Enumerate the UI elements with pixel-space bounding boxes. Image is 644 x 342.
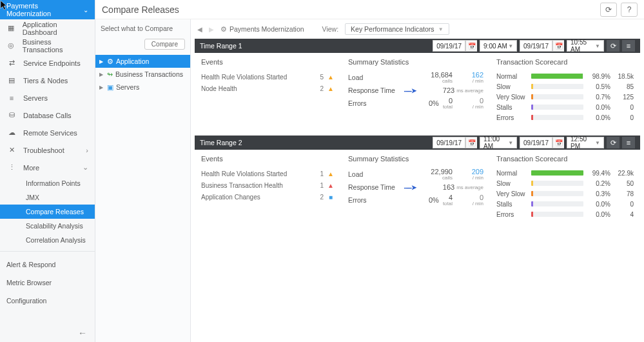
load-calls-value: 22,990 — [416, 168, 453, 176]
scorecard-bar — [531, 74, 583, 79]
sidebar-item-tiers-nodes[interactable]: ▤Tiers & Nodes — [0, 72, 95, 89]
scorecard-label: Very Slow — [496, 190, 527, 197]
scorecard-heading: Transaction Scorecard — [496, 58, 634, 66]
event-count: 5 — [315, 74, 324, 81]
from-time-input[interactable]: 11:00 AM▼ — [480, 137, 517, 148]
calendar-icon[interactable]: 📅 — [465, 137, 477, 148]
select-panel-heading: Select what to Compare — [95, 19, 190, 36]
scorecard-label: Errors — [496, 114, 527, 121]
caret-right-icon: ▶ — [99, 72, 104, 77]
event-count: 1 — [315, 170, 324, 177]
divider — [0, 251, 95, 252]
scorecard-heading: Transaction Scorecard — [496, 155, 634, 163]
time-range-title: Time Range 1 — [200, 42, 242, 50]
time-range-header: Time Range 2 09/19/17 📅 11:00 AM▼ 09/19/… — [195, 136, 640, 150]
errors-total-value: 0 — [449, 97, 453, 105]
load-permin-value: 162 — [458, 72, 483, 79]
event-row[interactable]: Health Rule Violations Started 1 ▲ — [201, 168, 335, 179]
tree-item-application[interactable]: ▶⚙Application — [95, 55, 190, 68]
scorecard-percent: 99.4% — [587, 170, 610, 177]
sidebar-sub-correlation-analysis[interactable]: Correlation Analysis — [0, 233, 95, 247]
scorecard-column: Transaction Scorecard Normal 98.9% 18.5k… — [490, 53, 640, 130]
from-date-input[interactable]: 09/19/17 — [433, 137, 465, 148]
summary-column: Summary Statistics Load 22,990calls 209/… — [342, 150, 490, 227]
sidebar-item-app-dashboard[interactable]: ▦Application Dashboard — [0, 19, 95, 37]
scorecard-bar — [531, 115, 583, 120]
event-row[interactable]: Node Health 2 ▲ — [201, 83, 335, 94]
scorecard-row: Errors 0.0% 0 — [496, 112, 634, 123]
response-time-value: 163 — [418, 184, 454, 191]
chevron-down-icon: ▼ — [595, 140, 600, 146]
compare-button[interactable]: Compare — [144, 39, 185, 50]
sidebar-sub-compare-releases[interactable]: Compare Releases — [0, 205, 95, 219]
servers-icon: ≡ — [6, 94, 17, 102]
refresh-range-button[interactable]: ⟳ — [607, 40, 620, 52]
sidebar-sub-scalability-analysis[interactable]: Scalability Analysis — [0, 219, 95, 233]
errors-percent-value: 0% — [413, 99, 439, 107]
chevron-down-icon: ▼ — [508, 43, 513, 49]
refresh-icon: ⟳ — [605, 5, 612, 14]
branch-icon: ↬ — [107, 70, 113, 78]
errors-permin-value: 0 — [458, 194, 483, 201]
collapse-sidebar[interactable]: ← — [0, 324, 95, 342]
refresh-range-button[interactable]: ⟳ — [607, 137, 620, 148]
from-time-input[interactable]: 9:00 AM▼ — [480, 40, 517, 52]
sidebar-item-database-calls[interactable]: ⛁Database Calls — [0, 106, 95, 124]
sidebar-item-metric-browser[interactable]: Metric Browser — [0, 274, 95, 292]
to-time-input[interactable]: 12:50 PM▼ — [567, 137, 604, 148]
tree-item-servers[interactable]: ▶▣Servers — [95, 81, 190, 94]
event-row[interactable]: Health Rule Violations Started 5 ▲ — [201, 71, 335, 83]
help-button[interactable]: ? — [621, 3, 638, 17]
scorecard-row: Errors 0.0% 4 — [496, 209, 634, 219]
summary-load-row: Load 18,684calls 162/ min — [348, 71, 483, 84]
scorecard-row: Normal 98.9% 18.5k — [496, 71, 634, 81]
summary-heading: Summary Statistics — [348, 155, 483, 163]
nav-prev-icon[interactable]: ◀ — [197, 26, 202, 33]
sidebar-sub-jmx[interactable]: JMX — [0, 190, 95, 205]
sidebar-sub-information-points[interactable]: Information Points — [0, 176, 95, 190]
load-permin-value: 209 — [458, 168, 483, 176]
events-heading: Events — [201, 58, 335, 66]
event-name: Node Health — [201, 85, 315, 92]
calendar-icon[interactable]: 📅 — [465, 40, 477, 52]
scorecard-percent: 0.3% — [587, 190, 610, 197]
sidebar-item-configuration[interactable]: Configuration — [0, 292, 95, 310]
settings-range-button[interactable]: ≡ — [622, 40, 635, 52]
scorecard-bar — [531, 212, 583, 217]
event-row[interactable]: Business Transaction Health 1 ▲ — [201, 179, 335, 191]
sidebar-item-remote-services[interactable]: ☁Remote Services — [0, 124, 95, 141]
sidebar-item-troubleshoot[interactable]: ✕Troubleshoot› — [0, 141, 95, 159]
from-date-input[interactable]: 09/19/17 — [433, 40, 465, 52]
titlebar: Compare Releases ⟳ ? — [95, 0, 644, 19]
nav-next-icon[interactable]: ▶ — [209, 26, 214, 33]
arrow-left-icon: ← — [78, 328, 87, 338]
app-selector[interactable]: Payments Modernization ⌄ — [0, 0, 95, 19]
sidebar-item-more[interactable]: ⋮More⌄ — [0, 159, 95, 176]
sidebar-item-service-endpoints[interactable]: ⇄Service Endpoints — [0, 54, 95, 72]
scorecard-bar — [531, 170, 583, 176]
to-time-input[interactable]: 10:55 AM▼ — [567, 40, 604, 52]
view-select[interactable]: Key Performance Indicators▼ — [345, 23, 449, 35]
scorecard-label: Normal — [496, 73, 527, 80]
summary-rt-row: Response Time -----➤ 163 ms average — [348, 181, 483, 194]
settings-range-button[interactable]: ≡ — [622, 137, 635, 148]
events-heading: Events — [201, 155, 335, 163]
event-row[interactable]: Application Changes 2 ■ — [201, 191, 335, 203]
to-date-input[interactable]: 09/19/17 — [520, 137, 552, 148]
breadcrumb[interactable]: ⚙Payments Modernization — [220, 25, 304, 33]
tree-item-business-transactions[interactable]: ▶↬Business Transactions — [95, 68, 190, 81]
database-icon: ⛁ — [6, 111, 17, 119]
summary-rt-row: Response Time -----➤ 723 ms average — [348, 84, 483, 97]
scorecard-count: 50 — [614, 180, 634, 187]
to-date-input[interactable]: 09/19/17 — [520, 40, 552, 52]
refresh-button[interactable]: ⟳ — [600, 3, 617, 17]
sidebar-item-servers[interactable]: ≡Servers — [0, 89, 95, 106]
event-name: Health Rule Violations Started — [201, 170, 315, 177]
events-column: Events Health Rule Violations Started 1 … — [195, 150, 342, 227]
scorecard-label: Slow — [496, 83, 527, 90]
calendar-icon[interactable]: 📅 — [552, 40, 564, 52]
sidebar-item-business-transactions[interactable]: ◎Business Transactions — [0, 37, 95, 54]
sidebar-item-alert-respond[interactable]: Alert & Respond — [0, 256, 95, 274]
calendar-icon[interactable]: 📅 — [552, 137, 564, 148]
scorecard-row: Normal 99.4% 22.9k — [496, 168, 634, 178]
